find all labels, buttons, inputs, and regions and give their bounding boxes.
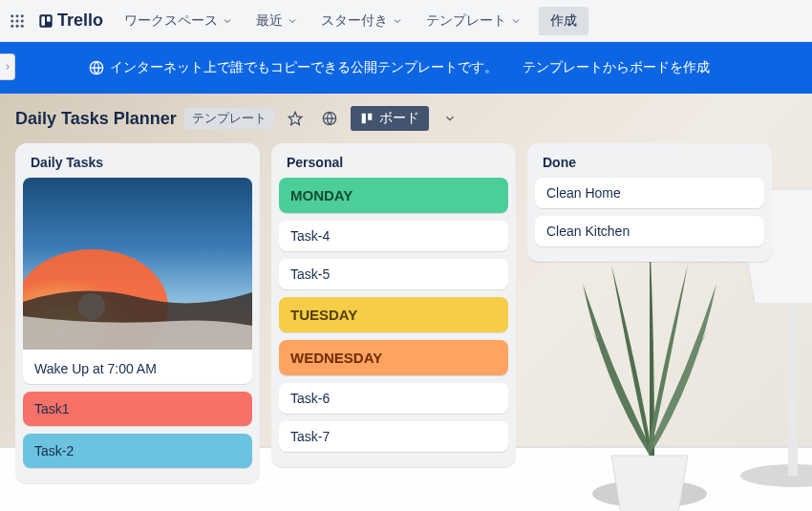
svg-point-5 xyxy=(21,19,24,22)
visibility-button[interactable] xyxy=(316,105,343,132)
globe-icon xyxy=(322,111,337,126)
board-header: Daily Tasks Planner テンプレート ボード xyxy=(0,94,812,143)
list-title[interactable]: Personal xyxy=(279,151,508,178)
star-icon xyxy=(288,111,303,126)
card[interactable]: Task-5 xyxy=(279,259,508,289)
svg-rect-11 xyxy=(47,16,51,21)
brand-text: Trello xyxy=(57,11,103,31)
chevron-right-icon xyxy=(3,62,12,72)
svg-point-4 xyxy=(16,19,19,22)
chevron-down-icon xyxy=(287,15,298,27)
board-canvas[interactable]: Daily Tasks Wake Up at 7:00 AM Task1 Tas… xyxy=(0,143,812,483)
list-title[interactable]: Daily Tasks xyxy=(23,151,252,178)
globe-icon xyxy=(89,60,104,75)
card[interactable]: Clean Home xyxy=(535,178,764,208)
list-done: Done Clean Home Clean Kitchen xyxy=(527,143,772,262)
svg-point-7 xyxy=(16,24,19,27)
card[interactable]: Task-4 xyxy=(279,221,508,251)
card[interactable]: Task-6 xyxy=(279,383,508,414)
board-icon xyxy=(360,112,374,125)
svg-point-2 xyxy=(21,14,24,17)
star-button[interactable] xyxy=(282,105,309,132)
card[interactable]: MONDAY xyxy=(279,178,508,213)
svg-marker-17 xyxy=(288,112,301,124)
svg-point-0 xyxy=(11,14,13,17)
card[interactable]: Wake Up at 7:00 AM xyxy=(23,178,252,384)
expand-sidebar-button[interactable] xyxy=(0,53,15,80)
card-cover-image xyxy=(23,178,252,350)
svg-point-6 xyxy=(11,24,13,27)
nav-starred[interactable]: スター付き xyxy=(311,7,413,35)
chevron-down-icon xyxy=(222,15,233,27)
create-button[interactable]: 作成 xyxy=(539,7,588,35)
card-title: Wake Up at 7:00 AM xyxy=(23,353,252,384)
chevron-down-icon xyxy=(510,15,522,27)
svg-rect-10 xyxy=(41,16,45,25)
card[interactable]: Clean Kitchen xyxy=(535,216,764,246)
view-switcher-button[interactable] xyxy=(437,105,463,132)
list-daily-tasks: Daily Tasks Wake Up at 7:00 AM Task1 Tas… xyxy=(15,143,260,483)
board-area: Daily Tasks Planner テンプレート ボード Daily Tas… xyxy=(0,94,812,511)
svg-point-1 xyxy=(16,14,19,17)
svg-point-3 xyxy=(11,19,13,22)
trello-logo[interactable]: Trello xyxy=(31,11,111,31)
card[interactable]: Task-7 xyxy=(279,421,508,452)
chevron-down-icon xyxy=(392,15,403,27)
card[interactable]: Task-2 xyxy=(23,434,252,468)
card[interactable]: Task1 xyxy=(23,392,252,426)
topbar: Trello ワークスペース 最近 スター付き テンプレート 作成 xyxy=(0,0,812,42)
nav-templates[interactable]: テンプレート xyxy=(417,7,531,35)
chevron-down-icon xyxy=(443,112,457,125)
svg-rect-20 xyxy=(362,114,366,124)
template-badge: テンプレート xyxy=(184,108,274,129)
banner-message: インターネット上で誰でもコピーできる公開テンプレートです。 xyxy=(110,59,498,76)
list-personal: Personal MONDAY Task-4 Task-5 TUESDAY WE… xyxy=(271,143,516,467)
board-view-button[interactable]: ボード xyxy=(351,106,429,131)
card[interactable]: WEDNESDAY xyxy=(279,340,508,375)
svg-point-8 xyxy=(21,24,24,27)
nav-recent[interactable]: 最近 xyxy=(246,7,308,35)
card[interactable]: TUESDAY xyxy=(279,297,508,332)
create-from-template-button[interactable]: テンプレートからボードを作成 xyxy=(509,52,723,84)
nav-workspaces[interactable]: ワークスペース xyxy=(115,7,243,35)
template-banner: インターネット上で誰でもコピーできる公開テンプレートです。 テンプレートからボー… xyxy=(0,42,812,94)
svg-rect-9 xyxy=(39,14,52,27)
list-title[interactable]: Done xyxy=(535,151,764,178)
svg-rect-21 xyxy=(368,114,372,120)
apps-menu-icon[interactable] xyxy=(8,11,27,31)
board-title[interactable]: Daily Tasks Planner xyxy=(15,109,177,129)
